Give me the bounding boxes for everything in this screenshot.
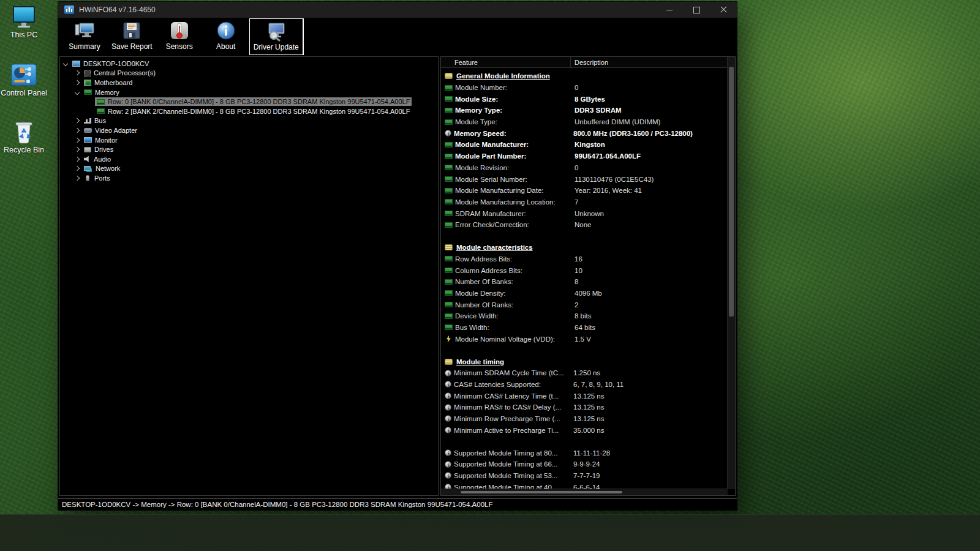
details-panel: Feature Description General Module Infor… bbox=[440, 56, 736, 496]
tree-item[interactable]: DESKTOP-1OD0KCV bbox=[60, 59, 438, 69]
collapse-chevron-icon[interactable] bbox=[75, 89, 80, 94]
detail-row[interactable]: Number Of Banks:8 bbox=[441, 276, 735, 288]
collapse-chevron-icon[interactable] bbox=[63, 61, 68, 66]
desktop-icon-this-pc[interactable]: This PC bbox=[0, 5, 48, 39]
tree-item[interactable]: Ports bbox=[60, 173, 438, 183]
detail-row[interactable]: CAS# Latencies Supported:6, 7, 8, 9, 10,… bbox=[441, 379, 735, 391]
tree-item[interactable]: Monitor bbox=[60, 135, 438, 145]
tree-item[interactable]: Network bbox=[60, 164, 438, 174]
tree-item-body: Central Processor(s) bbox=[82, 69, 157, 77]
detail-row[interactable]: Row Address Bits:16 bbox=[441, 253, 735, 265]
expand-chevron-icon[interactable] bbox=[75, 118, 80, 123]
description-column-header[interactable]: Description bbox=[571, 59, 608, 66]
expand-chevron-icon[interactable] bbox=[75, 166, 80, 171]
tree-item-label: Memory bbox=[95, 89, 119, 96]
ram-icon bbox=[84, 89, 92, 95]
detail-row[interactable]: SDRAM Manufacturer:Unknown bbox=[441, 208, 735, 219]
feature-value: 7 bbox=[575, 198, 735, 206]
detail-row[interactable]: Module Nominal Voltage (VDD):1.5 V bbox=[441, 333, 735, 345]
vertical-scrollbar[interactable] bbox=[727, 57, 735, 489]
feature-label: Module Revision: bbox=[455, 164, 572, 171]
sensors-button[interactable]: Sensors bbox=[156, 18, 203, 55]
tree-item[interactable]: Memory bbox=[60, 88, 438, 97]
detail-row[interactable]: Supported Module Timing at 66...9-9-9-24 bbox=[441, 459, 735, 470]
detail-row[interactable]: Minimum RAS# to CAS# Delay (...13.125 ns bbox=[441, 402, 735, 413]
about-button[interactable]: About bbox=[203, 18, 249, 55]
feature-value: 7-7-7-19 bbox=[573, 472, 735, 479]
summary-button[interactable]: Summary bbox=[61, 18, 108, 55]
detail-row[interactable]: Minimum Active to Precharge Ti...35.000 … bbox=[441, 424, 735, 436]
detail-row[interactable]: Module Size:8 GBytes bbox=[441, 93, 735, 105]
tree-item[interactable]: Bus bbox=[60, 116, 438, 126]
detail-row[interactable]: Column Address Bits:10 bbox=[441, 264, 735, 276]
expand-chevron-icon[interactable] bbox=[75, 128, 80, 133]
detail-row[interactable]: Memory Speed:800.0 MHz (DDR3-1600 / PC3-… bbox=[441, 127, 735, 139]
detail-row[interactable]: Module Number:0 bbox=[441, 82, 735, 94]
expand-chevron-icon[interactable] bbox=[75, 147, 80, 152]
expand-chevron-icon[interactable] bbox=[75, 176, 80, 181]
detail-row[interactable]: Minimum SDRAM Cycle Time (tC...1.250 ns bbox=[441, 367, 735, 379]
feature-value: 1.250 ns bbox=[573, 369, 735, 377]
detail-row[interactable]: Bus Width:64 bits bbox=[441, 322, 735, 334]
tree-item[interactable]: Row: 2 [BANK 2/ChannelB-DIMM0] - 8 GB PC… bbox=[60, 107, 438, 116]
tree-item[interactable]: Motherboard bbox=[60, 78, 438, 88]
tree-item-label: Audio bbox=[94, 156, 111, 163]
detail-row[interactable]: Supported Module Timing at 53...7-7-7-19 bbox=[441, 470, 735, 482]
feature-label: CAS# Latencies Supported: bbox=[454, 381, 571, 388]
detail-row[interactable]: Module Revision:0 bbox=[441, 162, 735, 174]
audio-icon bbox=[84, 156, 91, 162]
horizontal-scrollbar-thumb[interactable] bbox=[461, 491, 622, 493]
save-report-button[interactable]: Save Report bbox=[108, 18, 156, 55]
minimize-button[interactable] bbox=[656, 2, 683, 18]
detail-row[interactable]: Memory Type:DDR3 SDRAM bbox=[441, 105, 735, 116]
window-titlebar[interactable]: HWiNFO64 v7.16-4650 bbox=[58, 2, 737, 18]
tree-item[interactable]: Central Processor(s) bbox=[60, 69, 438, 78]
tree-item[interactable]: Video Adapter bbox=[60, 126, 438, 135]
ram-icon bbox=[445, 188, 453, 193]
detail-row[interactable]: Device Width:8 bits bbox=[441, 310, 735, 322]
expand-chevron-icon[interactable] bbox=[75, 137, 80, 142]
summary-label: Summary bbox=[69, 42, 100, 51]
detail-row[interactable]: Module Serial Number:1130110476 (0C1E5C4… bbox=[441, 173, 735, 185]
desktop-icon-control-panel[interactable]: Control Panel bbox=[0, 63, 48, 97]
expand-chevron-icon[interactable] bbox=[75, 156, 80, 161]
expand-chevron-icon[interactable] bbox=[75, 70, 80, 75]
detail-row[interactable]: Module Manufacturer:Kingston bbox=[441, 139, 735, 151]
tree-item-label: Network bbox=[96, 165, 120, 172]
section-title: Module characteristics bbox=[456, 244, 533, 251]
expand-chevron-icon[interactable] bbox=[75, 80, 80, 85]
feature-value: 4096 Mb bbox=[575, 290, 735, 297]
tree-item[interactable]: Drives bbox=[60, 144, 438, 154]
detail-row[interactable]: Number Of Ranks:2 bbox=[441, 299, 735, 310]
about-icon bbox=[216, 20, 236, 41]
close-button[interactable] bbox=[710, 2, 737, 18]
tree-item[interactable]: Row: 0 [BANK 0/ChannelA-DIMM0] - 8 GB PC… bbox=[60, 97, 438, 107]
driver-update-button[interactable]: Driver Update bbox=[249, 18, 303, 55]
section-icon bbox=[445, 73, 453, 79]
detail-row[interactable]: Supported Module Timing at 80...11-11-11… bbox=[441, 447, 735, 459]
detail-row[interactable]: Module Manufacturing Date:Year: 2016, We… bbox=[441, 185, 735, 197]
feature-value: None bbox=[575, 221, 735, 228]
detail-row[interactable]: Error Check/Correction:None bbox=[441, 219, 735, 231]
clock-icon bbox=[445, 370, 451, 377]
ram-icon bbox=[445, 108, 453, 113]
desktop-icon-recycle-bin[interactable]: Recycle Bin bbox=[0, 120, 48, 154]
feature-column-header[interactable]: Feature bbox=[441, 57, 571, 67]
network-icon bbox=[84, 166, 91, 171]
detail-row[interactable]: Module Density:4096 Mb bbox=[441, 288, 735, 299]
detail-row[interactable]: Module Manufacturing Location:7 bbox=[441, 197, 735, 208]
detail-row[interactable]: Minimum Row Precharge Time (...13.125 ns bbox=[441, 413, 735, 425]
detail-row[interactable]: Module Type:Unbuffered DIMM (UDIMM) bbox=[441, 116, 735, 128]
details-header[interactable]: Feature Description bbox=[441, 57, 735, 68]
tree-item-label: DESKTOP-1OD0KCV bbox=[83, 60, 149, 67]
detail-row[interactable]: Minimum CAS# Latency Time (t...13.125 ns bbox=[441, 390, 735, 402]
feature-label: Minimum Active to Precharge Ti... bbox=[454, 427, 571, 434]
detail-row[interactable]: Module Part Number:99U5471-054.A00LF bbox=[441, 151, 735, 162]
tree-item[interactable]: Audio bbox=[60, 154, 438, 164]
maximize-button[interactable] bbox=[683, 2, 710, 18]
horizontal-scrollbar[interactable] bbox=[441, 489, 728, 495]
vertical-scrollbar-thumb[interactable] bbox=[729, 67, 734, 317]
device-tree-panel: DESKTOP-1OD0KCVCentral Processor(s)Mothe… bbox=[59, 56, 439, 496]
clock-icon bbox=[445, 472, 451, 479]
feature-label: Module Manufacturer: bbox=[455, 141, 572, 148]
